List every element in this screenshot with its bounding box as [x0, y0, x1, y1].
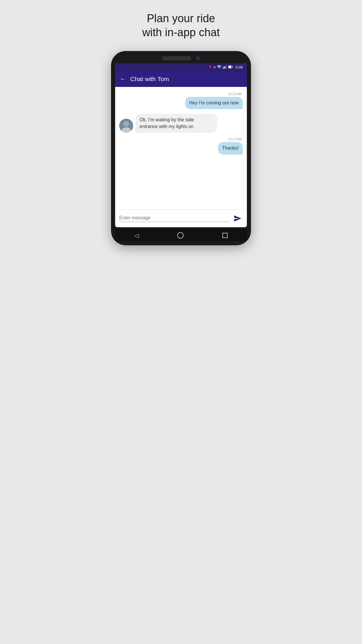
battery-icon [228, 65, 233, 69]
message-input-row [115, 209, 247, 227]
received-content: Ok, I'm waiting by the side entrance wit… [136, 114, 217, 133]
location-icon: 📍 [208, 66, 212, 69]
message-bubble-3: Thanks! [218, 142, 243, 154]
svg-rect-5 [229, 66, 231, 68]
phone-nav-bar: ◁ [115, 229, 247, 241]
status-icons: 📍 ⊖ [208, 65, 243, 69]
message-input[interactable] [119, 215, 229, 222]
chat-header-title: Chat with Tom [130, 76, 169, 83]
phone-top-bar [115, 56, 247, 60]
message-bubble-1: Hey I'm coming out now [185, 97, 243, 109]
phone-shell: 📍 ⊖ [111, 51, 251, 245]
app-header: ← Chat with Tom [115, 71, 247, 87]
minus-circle-icon: ⊖ [213, 66, 216, 69]
message-bubble-2: Ok, I'm waiting by the side entrance wit… [136, 114, 217, 133]
chat-area: 10:20 AM Hey I'm coming out now [115, 87, 247, 209]
svg-rect-0 [223, 67, 224, 69]
status-time: 5:09 [236, 65, 243, 69]
message-timestamp-3: 10:22 AM [228, 137, 243, 141]
svg-rect-2 [225, 66, 226, 69]
phone-camera [196, 56, 200, 60]
phone-speaker [162, 56, 191, 60]
message-row-1: 10:20 AM Hey I'm coming out now [119, 92, 243, 109]
back-button[interactable]: ← [120, 75, 126, 83]
send-button[interactable] [232, 213, 243, 224]
message-timestamp-1: 10:20 AM [228, 92, 243, 96]
avatar [119, 119, 133, 133]
svg-rect-3 [226, 65, 227, 69]
avatar-face [119, 119, 133, 133]
svg-rect-1 [224, 66, 225, 69]
svg-point-10 [124, 122, 129, 126]
back-nav-button[interactable]: ◁ [134, 232, 139, 239]
wifi-icon [217, 65, 221, 69]
home-nav-button[interactable] [177, 232, 184, 239]
phone-screen: 📍 ⊖ [115, 63, 247, 227]
send-icon [233, 214, 242, 223]
message-row-2: Ok, I'm waiting by the side entrance wit… [119, 114, 243, 133]
recents-nav-button[interactable] [222, 233, 228, 238]
svg-rect-6 [232, 66, 233, 68]
signal-icon [223, 65, 227, 69]
status-bar: 📍 ⊖ [115, 63, 247, 71]
message-row-3: 10:22 AM Thanks! [119, 137, 243, 154]
page-title: Plan your ride with in-app chat [142, 12, 220, 39]
